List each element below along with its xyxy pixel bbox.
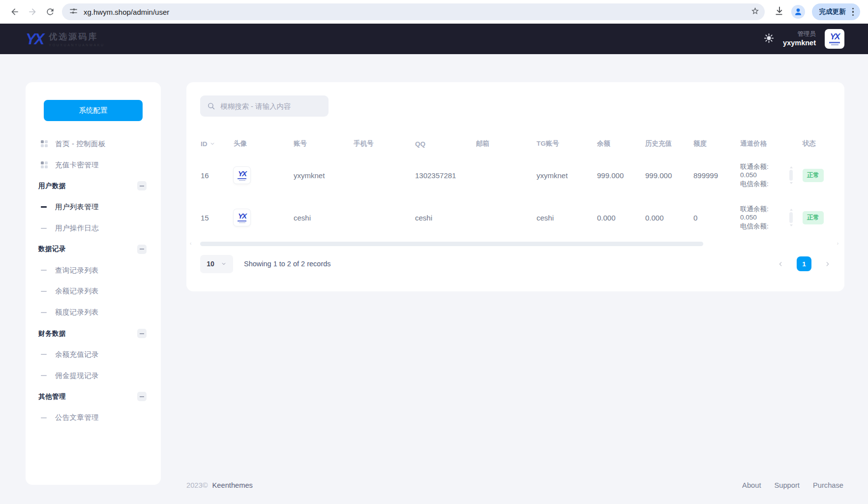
horizontal-scrollbar[interactable]: ‹ › (186, 242, 844, 247)
col-tg: TG账号 (537, 139, 597, 148)
cell-qq: 1302357281 (415, 171, 476, 180)
col-phone: 手机号 (354, 139, 415, 148)
search-icon (207, 102, 215, 110)
back-icon[interactable] (6, 3, 24, 21)
sidebar-item-dashboard[interactable]: 首页 - 控制面板 (26, 133, 161, 155)
brand-name: 优选源码库 (49, 31, 104, 42)
col-history: 历史充值 (645, 139, 693, 148)
dash-icon (41, 270, 47, 271)
col-id[interactable]: ID (201, 140, 234, 148)
status-badge: 正常 (803, 169, 824, 182)
status-badge: 正常 (803, 211, 824, 224)
brand-logo[interactable]: YX 优选源码库 YOUXUANYUANMAKU (26, 31, 105, 47)
sidebar-section-other: 其他管理 (26, 386, 161, 408)
cell-history: 0.000 (645, 214, 693, 222)
user-table-card: ID 头像 账号 手机号 QQ 邮箱 TG账号 余额 历史充值 额度 通道价格 … (186, 82, 844, 291)
cell-balance: 0.000 (597, 214, 645, 222)
theme-sun-icon[interactable] (764, 33, 774, 45)
user-info[interactable]: 管理员 yxymknet (783, 30, 816, 48)
col-qq: QQ (415, 140, 476, 148)
cell-quota: 0 (693, 214, 740, 222)
next-page-icon[interactable] (824, 261, 831, 267)
brand-logo-icon: YX (26, 32, 43, 47)
site-info-icon[interactable] (69, 6, 78, 18)
scrollbar-thumb[interactable] (200, 242, 703, 246)
cell-qq: ceshi (415, 214, 476, 222)
cell-scrollbar[interactable] (789, 166, 793, 184)
bookmark-star-icon[interactable] (750, 6, 760, 18)
table-header-row: ID 头像 账号 手机号 QQ 邮箱 TG账号 余额 历史充值 额度 通道价格 … (186, 133, 842, 154)
collapse-minus-icon[interactable] (137, 392, 147, 401)
col-status: 状态 (803, 139, 842, 148)
sidebar-item-quota-records[interactable]: 额度记录列表 (26, 302, 161, 323)
sidebar-item-card-manage[interactable]: 充值卡密管理 (26, 155, 161, 176)
pagination-bar: 10 Showing 1 to 2 of 2 records 1 (200, 254, 831, 273)
search-input[interactable] (220, 102, 322, 110)
company-link[interactable]: Keenthemes (212, 481, 253, 489)
cell-id: 15 (201, 214, 234, 222)
sidebar-section-data-records: 数据记录 (26, 239, 161, 260)
address-bar[interactable]: xg.hwym.shop/admin/user (62, 3, 765, 20)
sidebar-item-commission-records[interactable]: 佣金提现记录 (26, 365, 161, 386)
chevron-down-icon (221, 261, 227, 267)
dash-icon (41, 312, 47, 313)
copyright-year: 2023© (186, 481, 208, 489)
scroll-right-icon[interactable]: › (837, 241, 838, 246)
menu-kebab-icon[interactable] (850, 6, 857, 18)
sidebar-item-user-log[interactable]: 用户操作日志 (26, 218, 161, 239)
cell-id: 16 (201, 171, 234, 180)
avatar[interactable]: YX (825, 29, 844, 49)
system-config-button[interactable]: 系统配置 (44, 100, 143, 121)
page-number-button[interactable]: 1 (797, 256, 811, 271)
cell-channel-price[interactable]: 联通余额: 0.050 电信余额: (740, 205, 803, 231)
browser-toolbar: xg.hwym.shop/admin/user 完成更新 (0, 0, 868, 24)
dash-icon (41, 417, 47, 418)
table-row[interactable]: 15 YX ceshi ceshi ceshi 0.000 0.000 0 联通… (186, 196, 842, 239)
collapse-minus-icon[interactable] (137, 245, 147, 254)
brand-subtitle: YOUXUANYUANMAKU (49, 43, 104, 47)
sidebar-item-announcements[interactable]: 公告文章管理 (26, 407, 161, 428)
cell-avatar: YX (234, 209, 294, 226)
col-channel-price: 通道价格 (740, 139, 803, 148)
chrome-update-button[interactable]: 完成更新 (812, 3, 861, 20)
page-footer: 2023© Keenthemes About Support Purchase (186, 481, 843, 489)
reload-icon[interactable] (41, 3, 59, 21)
cell-channel-price[interactable]: 联通余额: 0.050 电信余额: (740, 162, 803, 189)
dash-icon (41, 228, 47, 229)
cell-account: yxymknet (294, 171, 354, 180)
scroll-left-icon[interactable]: ‹ (190, 241, 191, 246)
cell-scrollbar[interactable] (789, 209, 793, 226)
sidebar-item-query-records[interactable]: 查询记录列表 (26, 260, 161, 281)
cell-tg: ceshi (537, 214, 597, 222)
table-row[interactable]: 16 YX yxymknet 1302357281 yxymknet 999.0… (186, 154, 842, 196)
sidebar-section-finance: 财务数据 (26, 323, 161, 344)
collapse-minus-icon[interactable] (137, 329, 147, 338)
pagination-nav: 1 (778, 256, 831, 271)
download-icon[interactable] (774, 5, 784, 18)
app-header: YX 优选源码库 YOUXUANYUANMAKU 管理员 yxymknet YX (0, 24, 868, 54)
sidebar-item-balance-records[interactable]: 余额记录列表 (26, 281, 161, 302)
grid-icon (41, 140, 48, 147)
cell-history: 999.000 (645, 171, 693, 180)
footer-link-purchase[interactable]: Purchase (813, 481, 843, 489)
prev-page-icon[interactable] (778, 261, 784, 267)
profile-icon[interactable] (791, 5, 805, 19)
search-box[interactable] (200, 95, 329, 117)
cell-status: 正常 (803, 169, 842, 182)
user-table: ID 头像 账号 手机号 QQ 邮箱 TG账号 余额 历史充值 额度 通道价格 … (186, 133, 842, 239)
page-size-select[interactable]: 10 (200, 255, 233, 273)
url-text: xg.hwym.shop/admin/user (84, 8, 169, 16)
sidebar-item-recharge-records[interactable]: 余额充值记录 (26, 344, 161, 365)
chevron-down-icon (210, 141, 215, 147)
dash-icon (41, 354, 47, 355)
footer-link-support[interactable]: Support (774, 481, 799, 489)
avatar: YX (234, 167, 250, 184)
collapse-minus-icon[interactable] (137, 181, 147, 190)
footer-link-about[interactable]: About (742, 481, 761, 489)
avatar: YX (234, 209, 250, 226)
sidebar-item-user-list[interactable]: 用户列表管理 (26, 196, 161, 218)
cell-quota: 899999 (693, 171, 740, 180)
user-role: 管理员 (783, 30, 816, 38)
dash-icon (41, 206, 47, 208)
cell-avatar: YX (234, 167, 294, 184)
